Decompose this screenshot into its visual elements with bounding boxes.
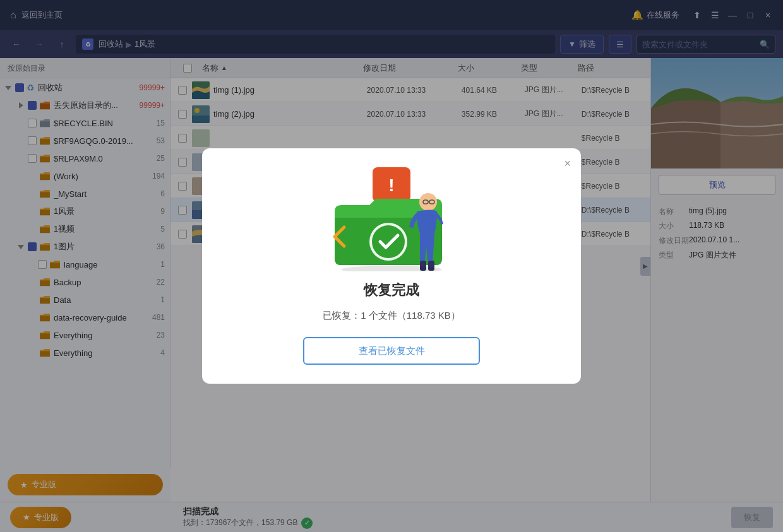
dialog-illustration: ! — [328, 167, 455, 275]
svg-point-15 — [372, 225, 405, 258]
dialog-description: 已恢复：1 个文件（118.73 KB） — [323, 310, 460, 322]
svg-point-22 — [341, 266, 442, 271]
recovery-dialog: × ! — [202, 148, 581, 384]
dialog-title: 恢复完成 — [364, 281, 419, 300]
dialog-close-button[interactable]: × — [564, 157, 571, 170]
svg-text:!: ! — [388, 175, 394, 195]
view-recovered-button[interactable]: 查看已恢复文件 — [303, 337, 480, 365]
illustration-svg: ! — [328, 167, 455, 271]
dialog-overlay: × ! — [0, 0, 783, 532]
